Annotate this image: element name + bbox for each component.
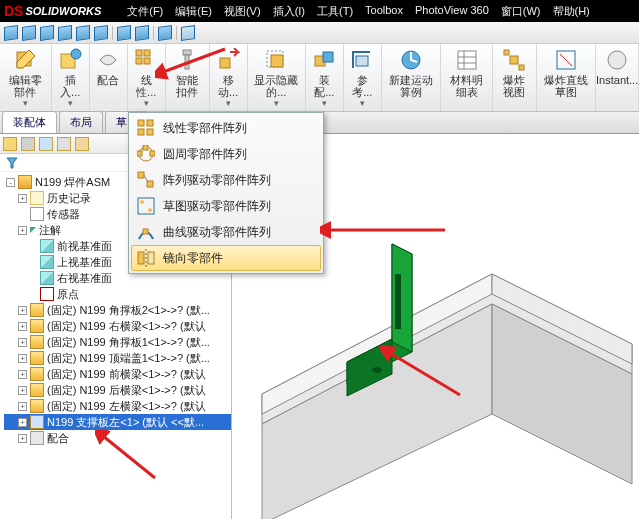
tree-part-selected[interactable]: +N199 支撑板左<1> (默认 <<默...	[4, 414, 231, 430]
ribbon-move[interactable]: 移动...▾	[210, 44, 248, 111]
filter-icon[interactable]	[6, 157, 18, 169]
edit-component-icon	[13, 48, 37, 72]
menu-photoview[interactable]: PhotoView 360	[409, 4, 495, 19]
ribbon-label: 显示隐藏的...	[254, 74, 299, 98]
svg-rect-37	[147, 120, 153, 126]
ribbon-label: 装配...	[312, 74, 337, 98]
ribbon-smart-fastener[interactable]: 智能扣件	[166, 44, 210, 111]
dropdown-arrow-icon: ▾	[144, 98, 149, 108]
tree-part[interactable]: +(固定) N199 左横梁<1>->? (默认	[4, 398, 231, 414]
qat-icon[interactable]	[181, 25, 195, 41]
app-name: SOLIDWORKS	[25, 5, 101, 17]
menu-view[interactable]: 视图(V)	[218, 4, 267, 19]
svg-rect-13	[323, 52, 333, 62]
dropdown-arrow-icon: ▾	[68, 98, 73, 108]
menu-tools[interactable]: 工具(T)	[311, 4, 359, 19]
tree-label: 注解	[39, 222, 61, 238]
menu-file[interactable]: 文件(F)	[121, 4, 169, 19]
qat-icon[interactable]	[117, 25, 131, 41]
ribbon-bom[interactable]: 材料明细表	[441, 44, 493, 111]
ribbon-instant[interactable]: Instant...	[596, 44, 639, 111]
expand-icon[interactable]: +	[18, 322, 27, 331]
svg-rect-16	[458, 51, 476, 69]
curve-driven-icon	[137, 223, 155, 241]
expand-icon[interactable]: +	[18, 194, 27, 203]
expand-icon[interactable]: +	[18, 386, 27, 395]
sensor-icon	[30, 207, 44, 221]
qat-icon[interactable]	[94, 25, 108, 41]
tree-part[interactable]: +(固定) N199 后横梁<1>->? (默认	[4, 382, 231, 398]
tree-part[interactable]: +(固定) N199 前横梁<1>->? (默认	[4, 366, 231, 382]
ribbon-label: 移动...	[216, 74, 241, 98]
qat-icon[interactable]	[76, 25, 90, 41]
menu-help[interactable]: 帮助(H)	[547, 4, 596, 19]
svg-rect-51	[148, 252, 154, 264]
panel-tab-icon[interactable]	[57, 137, 71, 151]
menu-circular-pattern[interactable]: 圆周零部件阵列	[131, 141, 321, 167]
qat-icon[interactable]	[158, 25, 172, 41]
expand-icon[interactable]: +	[18, 354, 27, 363]
linear-pattern-icon	[134, 48, 158, 72]
menu-pattern-driven[interactable]: 阵列驱动零部件阵列	[131, 167, 321, 193]
ribbon-new-motion[interactable]: 新建运动算例	[382, 44, 441, 111]
ribbon-exploded-sketch[interactable]: 爆炸直线草图	[537, 44, 596, 111]
expand-icon[interactable]: +	[18, 418, 27, 427]
qat-icon[interactable]	[40, 25, 54, 41]
panel-tab-icon[interactable]	[21, 137, 35, 151]
tab-layout[interactable]: 布局	[59, 111, 103, 133]
qat-icon[interactable]	[22, 25, 36, 41]
menu-edit[interactable]: 编辑(E)	[169, 4, 218, 19]
menu-label: 线性零部件阵列	[163, 120, 247, 137]
tree-origin[interactable]: 原点	[4, 286, 231, 302]
part-icon	[30, 319, 44, 333]
expand-icon[interactable]: +	[18, 402, 27, 411]
tree-part[interactable]: +(固定) N199 角撑板1<1>->? (默...	[4, 334, 231, 350]
ribbon-label: 编辑零部件	[6, 74, 45, 98]
expand-icon[interactable]: +	[18, 370, 27, 379]
tree-part[interactable]: +(固定) N199 顶端盖1<1>->? (默...	[4, 350, 231, 366]
menu-linear-pattern[interactable]: 线性零部件阵列	[131, 115, 321, 141]
part-icon	[30, 383, 44, 397]
svg-rect-36	[138, 120, 144, 126]
svg-rect-14	[356, 56, 368, 66]
tree-part[interactable]: +(固定) N199 角撑板2<1>->? (默...	[4, 302, 231, 318]
tree-label: 上视基准面	[57, 254, 112, 270]
menu-window[interactable]: 窗口(W)	[495, 4, 547, 19]
tree-label: (固定) N199 角撑板2<1>->? (默...	[47, 302, 210, 318]
svg-rect-46	[138, 198, 154, 214]
svg-rect-7	[183, 50, 191, 55]
ribbon-exploded-view[interactable]: 爆炸视图	[493, 44, 537, 111]
expand-icon[interactable]: +	[18, 338, 27, 347]
menu-sketch-driven[interactable]: 草图驱动零部件阵列	[131, 193, 321, 219]
ribbon-edit-component[interactable]: 编辑零部件▾	[0, 44, 52, 111]
ribbon-linear-pattern[interactable]: 线性...▾	[128, 44, 166, 111]
panel-tab-icon[interactable]	[75, 137, 89, 151]
panel-tab-icon[interactable]	[39, 137, 53, 151]
bom-icon	[455, 48, 479, 72]
tree-mates[interactable]: +配合	[4, 430, 231, 446]
tree-label: 前视基准面	[57, 238, 112, 254]
ribbon-assembly[interactable]: 装配...▾	[306, 44, 344, 111]
expand-icon[interactable]: +	[18, 226, 27, 235]
panel-tab-icon[interactable]	[3, 137, 17, 151]
menu-mirror-component[interactable]: 镜向零部件	[131, 245, 321, 271]
expand-icon[interactable]: -	[6, 178, 15, 187]
ribbon-show-hidden[interactable]: 显示隐藏的...▾	[248, 44, 306, 111]
menu-insert[interactable]: 插入(I)	[267, 4, 311, 19]
qat-icon[interactable]	[58, 25, 72, 41]
expand-icon[interactable]: +	[18, 306, 27, 315]
tab-assembly[interactable]: 装配体	[2, 111, 57, 133]
pattern-driven-icon	[137, 171, 155, 189]
menu-toolbox[interactable]: Toolbox	[359, 4, 409, 19]
expand-icon[interactable]: +	[18, 434, 27, 443]
svg-rect-20	[510, 56, 518, 64]
menu-curve-driven[interactable]: 曲线驱动零部件阵列	[131, 219, 321, 245]
tree-part[interactable]: +(固定) N199 右横梁<1>->? (默认	[4, 318, 231, 334]
ribbon-insert[interactable]: 插入...▾	[52, 44, 90, 111]
ribbon-mate[interactable]: 配合	[90, 44, 128, 111]
separator	[176, 26, 177, 40]
svg-rect-8	[185, 55, 189, 69]
qat-icon[interactable]	[135, 25, 149, 41]
qat-icon[interactable]	[4, 25, 18, 41]
ribbon-reference[interactable]: 参考...▾	[344, 44, 382, 111]
